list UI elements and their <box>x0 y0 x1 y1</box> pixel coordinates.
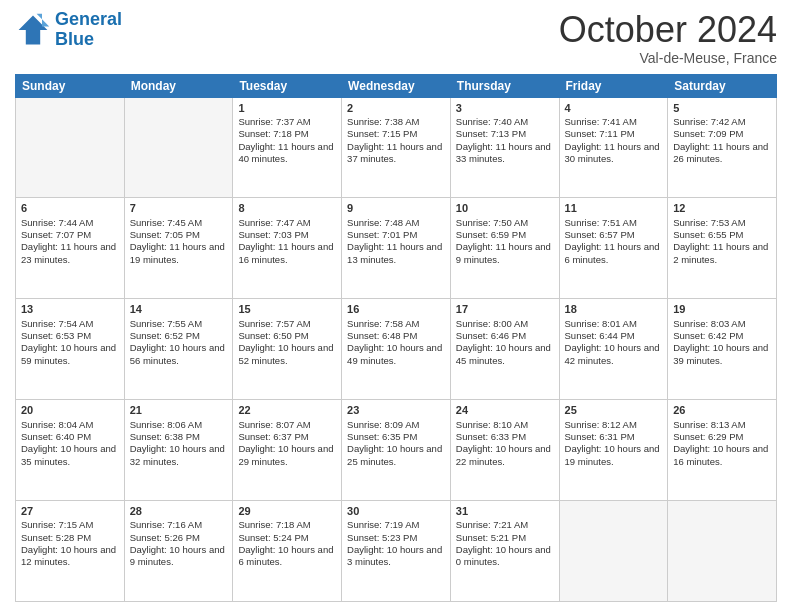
table-row <box>124 97 233 198</box>
sunrise-text: Sunrise: 7:55 AM <box>130 318 202 329</box>
sunset-text: Sunset: 6:37 PM <box>238 431 308 442</box>
day-number: 17 <box>456 302 554 316</box>
sunrise-text: Sunrise: 7:21 AM <box>456 519 528 530</box>
daylight-text: Daylight: 10 hours and 22 minutes. <box>456 443 551 466</box>
sunset-text: Sunset: 6:55 PM <box>673 229 743 240</box>
daylight-text: Daylight: 11 hours and 37 minutes. <box>347 141 442 164</box>
sunrise-text: Sunrise: 8:13 AM <box>673 419 745 430</box>
logo-icon <box>15 12 51 48</box>
daylight-text: Daylight: 11 hours and 30 minutes. <box>565 141 660 164</box>
day-number: 8 <box>238 201 336 215</box>
daylight-text: Daylight: 11 hours and 9 minutes. <box>456 241 551 264</box>
logo: General Blue <box>15 10 122 50</box>
day-number: 28 <box>130 504 228 518</box>
table-row: 29Sunrise: 7:18 AMSunset: 5:24 PMDayligh… <box>233 501 342 602</box>
col-thursday: Thursday <box>450 74 559 97</box>
col-wednesday: Wednesday <box>342 74 451 97</box>
table-row: 27Sunrise: 7:15 AMSunset: 5:28 PMDayligh… <box>16 501 125 602</box>
table-row: 14Sunrise: 7:55 AMSunset: 6:52 PMDayligh… <box>124 299 233 400</box>
daylight-text: Daylight: 11 hours and 13 minutes. <box>347 241 442 264</box>
calendar-week-row: 27Sunrise: 7:15 AMSunset: 5:28 PMDayligh… <box>16 501 777 602</box>
table-row: 13Sunrise: 7:54 AMSunset: 6:53 PMDayligh… <box>16 299 125 400</box>
page: General Blue October 2024 Val-de-Meuse, … <box>0 0 792 612</box>
day-number: 26 <box>673 403 771 417</box>
daylight-text: Daylight: 10 hours and 29 minutes. <box>238 443 333 466</box>
sunrise-text: Sunrise: 7:45 AM <box>130 217 202 228</box>
sunrise-text: Sunrise: 8:04 AM <box>21 419 93 430</box>
day-number: 6 <box>21 201 119 215</box>
table-row: 31Sunrise: 7:21 AMSunset: 5:21 PMDayligh… <box>450 501 559 602</box>
calendar-week-row: 13Sunrise: 7:54 AMSunset: 6:53 PMDayligh… <box>16 299 777 400</box>
sunset-text: Sunset: 7:13 PM <box>456 128 526 139</box>
sunrise-text: Sunrise: 7:44 AM <box>21 217 93 228</box>
sunrise-text: Sunrise: 7:18 AM <box>238 519 310 530</box>
sunset-text: Sunset: 5:28 PM <box>21 532 91 543</box>
calendar-header-row: Sunday Monday Tuesday Wednesday Thursday… <box>16 74 777 97</box>
table-row: 22Sunrise: 8:07 AMSunset: 6:37 PMDayligh… <box>233 400 342 501</box>
sunset-text: Sunset: 7:01 PM <box>347 229 417 240</box>
day-number: 30 <box>347 504 445 518</box>
table-row: 30Sunrise: 7:19 AMSunset: 5:23 PMDayligh… <box>342 501 451 602</box>
calendar-week-row: 20Sunrise: 8:04 AMSunset: 6:40 PMDayligh… <box>16 400 777 501</box>
col-monday: Monday <box>124 74 233 97</box>
sunrise-text: Sunrise: 8:01 AM <box>565 318 637 329</box>
table-row <box>668 501 777 602</box>
daylight-text: Daylight: 11 hours and 26 minutes. <box>673 141 768 164</box>
header: General Blue October 2024 Val-de-Meuse, … <box>15 10 777 66</box>
daylight-text: Daylight: 10 hours and 32 minutes. <box>130 443 225 466</box>
daylight-text: Daylight: 10 hours and 52 minutes. <box>238 342 333 365</box>
sunrise-text: Sunrise: 8:07 AM <box>238 419 310 430</box>
sunset-text: Sunset: 6:48 PM <box>347 330 417 341</box>
sunrise-text: Sunrise: 7:38 AM <box>347 116 419 127</box>
day-number: 14 <box>130 302 228 316</box>
table-row: 16Sunrise: 7:58 AMSunset: 6:48 PMDayligh… <box>342 299 451 400</box>
col-friday: Friday <box>559 74 668 97</box>
day-number: 4 <box>565 101 663 115</box>
month-title: October 2024 <box>559 10 777 50</box>
table-row: 23Sunrise: 8:09 AMSunset: 6:35 PMDayligh… <box>342 400 451 501</box>
svg-marker-0 <box>19 15 48 44</box>
daylight-text: Daylight: 11 hours and 6 minutes. <box>565 241 660 264</box>
sunrise-text: Sunrise: 7:48 AM <box>347 217 419 228</box>
table-row: 9Sunrise: 7:48 AMSunset: 7:01 PMDaylight… <box>342 198 451 299</box>
daylight-text: Daylight: 10 hours and 45 minutes. <box>456 342 551 365</box>
day-number: 19 <box>673 302 771 316</box>
sunrise-text: Sunrise: 7:19 AM <box>347 519 419 530</box>
sunrise-text: Sunrise: 7:15 AM <box>21 519 93 530</box>
day-number: 12 <box>673 201 771 215</box>
location-subtitle: Val-de-Meuse, France <box>559 50 777 66</box>
day-number: 31 <box>456 504 554 518</box>
daylight-text: Daylight: 10 hours and 39 minutes. <box>673 342 768 365</box>
sunrise-text: Sunrise: 7:42 AM <box>673 116 745 127</box>
day-number: 10 <box>456 201 554 215</box>
table-row: 8Sunrise: 7:47 AMSunset: 7:03 PMDaylight… <box>233 198 342 299</box>
daylight-text: Daylight: 10 hours and 0 minutes. <box>456 544 551 567</box>
sunrise-text: Sunrise: 7:40 AM <box>456 116 528 127</box>
day-number: 20 <box>21 403 119 417</box>
sunrise-text: Sunrise: 7:50 AM <box>456 217 528 228</box>
sunset-text: Sunset: 6:42 PM <box>673 330 743 341</box>
day-number: 29 <box>238 504 336 518</box>
day-number: 2 <box>347 101 445 115</box>
calendar-table: Sunday Monday Tuesday Wednesday Thursday… <box>15 74 777 602</box>
daylight-text: Daylight: 11 hours and 19 minutes. <box>130 241 225 264</box>
daylight-text: Daylight: 11 hours and 23 minutes. <box>21 241 116 264</box>
daylight-text: Daylight: 10 hours and 49 minutes. <box>347 342 442 365</box>
sunrise-text: Sunrise: 7:16 AM <box>130 519 202 530</box>
sunrise-text: Sunrise: 8:12 AM <box>565 419 637 430</box>
sunrise-text: Sunrise: 8:06 AM <box>130 419 202 430</box>
sunrise-text: Sunrise: 7:37 AM <box>238 116 310 127</box>
table-row: 11Sunrise: 7:51 AMSunset: 6:57 PMDayligh… <box>559 198 668 299</box>
table-row: 4Sunrise: 7:41 AMSunset: 7:11 PMDaylight… <box>559 97 668 198</box>
day-number: 16 <box>347 302 445 316</box>
daylight-text: Daylight: 10 hours and 16 minutes. <box>673 443 768 466</box>
sunset-text: Sunset: 6:50 PM <box>238 330 308 341</box>
logo-text: General Blue <box>55 10 122 50</box>
day-number: 25 <box>565 403 663 417</box>
sunrise-text: Sunrise: 8:09 AM <box>347 419 419 430</box>
title-area: October 2024 Val-de-Meuse, France <box>559 10 777 66</box>
sunset-text: Sunset: 5:24 PM <box>238 532 308 543</box>
sunset-text: Sunset: 6:46 PM <box>456 330 526 341</box>
day-number: 13 <box>21 302 119 316</box>
daylight-text: Daylight: 10 hours and 59 minutes. <box>21 342 116 365</box>
